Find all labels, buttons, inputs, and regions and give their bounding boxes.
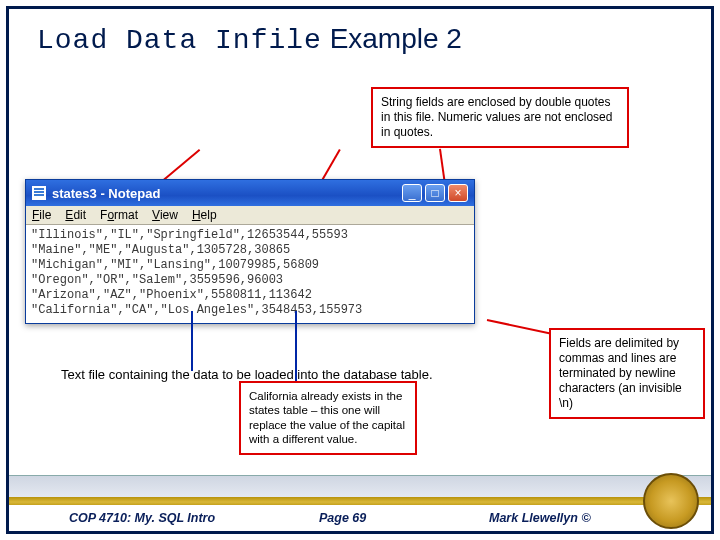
connector-line bbox=[191, 311, 193, 371]
callout-california: California already exists in the states … bbox=[239, 381, 417, 455]
connector-line bbox=[487, 319, 558, 336]
minimize-button[interactable]: _ bbox=[402, 184, 422, 202]
menu-format[interactable]: Format bbox=[100, 208, 138, 222]
file-line: "California","CA","Los Angeles",3548453,… bbox=[31, 303, 362, 317]
slide-frame: Load Data Infile Example 2 String fields… bbox=[6, 6, 714, 534]
footer-gradient bbox=[9, 475, 711, 499]
menu-file[interactable]: File bbox=[32, 208, 51, 222]
note-textfile: Text file containing the data to be load… bbox=[61, 367, 433, 382]
window-buttons: _ □ × bbox=[402, 184, 468, 202]
notepad-titlebar[interactable]: states3 - Notepad _ □ × bbox=[26, 180, 474, 206]
footer-page: Page 69 bbox=[319, 511, 366, 525]
slide-title: Load Data Infile Example 2 bbox=[9, 9, 711, 66]
notepad-menubar: File Edit Format View Help bbox=[26, 206, 474, 225]
callout-string-fields: String fields are enclosed by double quo… bbox=[371, 87, 629, 148]
notepad-title-text: states3 - Notepad bbox=[52, 186, 160, 201]
notepad-textarea[interactable]: "Illinois","IL","Springfield",12653544,5… bbox=[26, 225, 474, 323]
file-line: "Oregon","OR","Salem",3559596,96003 bbox=[31, 273, 283, 287]
menu-help[interactable]: Help bbox=[192, 208, 217, 222]
file-line: "Michigan","MI","Lansing",10079985,56809 bbox=[31, 258, 319, 272]
footer-course: COP 4710: My. SQL Intro bbox=[69, 511, 215, 525]
file-line: "Maine","ME","Augusta",1305728,30865 bbox=[31, 243, 290, 257]
file-line: "Illinois","IL","Springfield",12653544,5… bbox=[31, 228, 348, 242]
slide-footer: COP 4710: My. SQL Intro Page 69 Mark Lle… bbox=[9, 475, 711, 531]
ucf-seal-icon bbox=[643, 473, 699, 529]
footer-author: Mark Llewellyn © bbox=[489, 511, 591, 525]
maximize-button[interactable]: □ bbox=[425, 184, 445, 202]
title-mono: Load Data Infile bbox=[37, 25, 322, 56]
notepad-icon bbox=[32, 186, 46, 200]
file-line: "Arizona","AZ","Phoenix",5580811,113642 bbox=[31, 288, 312, 302]
menu-edit[interactable]: Edit bbox=[65, 208, 86, 222]
notepad-window: states3 - Notepad _ □ × File Edit Format… bbox=[25, 179, 475, 324]
title-rest: Example 2 bbox=[330, 23, 462, 54]
menu-view[interactable]: View bbox=[152, 208, 178, 222]
close-button[interactable]: × bbox=[448, 184, 468, 202]
callout-delimiters: Fields are delimited by commas and lines… bbox=[549, 328, 705, 419]
